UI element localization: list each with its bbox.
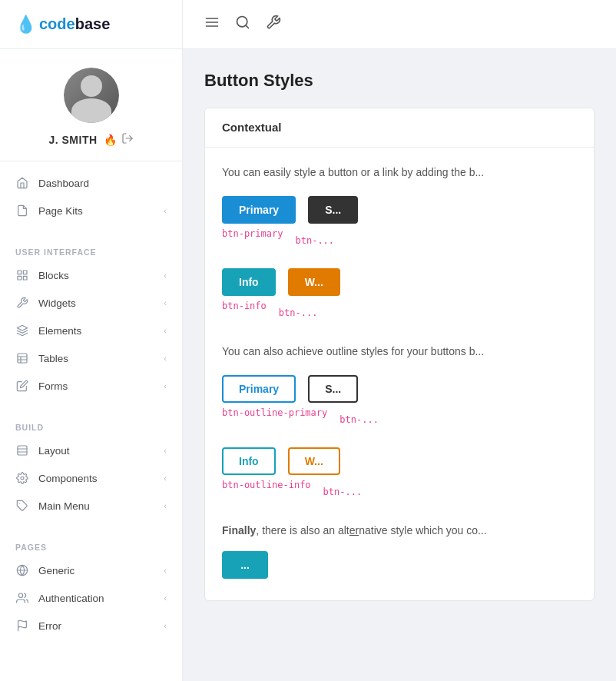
- tables-label: Tables: [38, 353, 164, 364]
- btn-outline-warning-label: btn-...: [323, 487, 363, 497]
- info-warning-labels: btn-info btn-...: [222, 301, 577, 325]
- nav-build-section: BUILD Layout ‹ Components ‹ Main Menu ‹: [0, 407, 182, 527]
- outline-primary-secondary-row: Primary S...: [222, 375, 577, 403]
- svg-point-13: [21, 477, 24, 480]
- chevron-right-icon: ‹: [164, 206, 167, 215]
- chevron-right-icon: ‹: [164, 354, 167, 363]
- dashboard-label: Dashboard: [38, 178, 167, 189]
- authentication-label: Authentication: [38, 593, 164, 604]
- btn-warning[interactable]: W...: [288, 268, 340, 296]
- logo-flame-icon: 💧: [15, 15, 36, 35]
- layers-icon: [15, 324, 29, 337]
- description-text: You can easily style a button or a link …: [222, 164, 577, 181]
- layout-icon: [15, 443, 29, 457]
- flag-icon: [15, 619, 29, 633]
- main-menu-label: Main Menu: [38, 500, 164, 512]
- chevron-right-icon: ‹: [164, 298, 167, 307]
- chevron-right-icon: ‹: [164, 326, 167, 335]
- edit-icon: [15, 379, 29, 393]
- chevron-right-icon: ‹: [164, 593, 167, 603]
- button-styles-card: Contextual You can easily style a button…: [204, 108, 594, 601]
- brand-name: codebase: [39, 15, 110, 33]
- profile-icons: 🔥: [104, 132, 134, 147]
- sidebar: 💧 codebase J. SMITH 🔥: [0, 0, 183, 681]
- grid-icon: [15, 268, 29, 282]
- sidebar-item-components[interactable]: Components ‹: [0, 464, 182, 492]
- btn-outline-secondary-label: btn-...: [339, 414, 379, 425]
- btn-outline-secondary[interactable]: S...: [308, 375, 358, 403]
- avatar: [64, 68, 119, 123]
- alt-description: Finally, there is also an alternative st…: [222, 523, 577, 539]
- sidebar-item-widgets[interactable]: Widgets ‹: [0, 289, 182, 317]
- chevron-right-icon: ‹: [164, 621, 167, 630]
- btn-outline-warning[interactable]: W...: [288, 447, 340, 475]
- btn-secondary[interactable]: S...: [308, 196, 358, 224]
- sidebar-item-main-menu[interactable]: Main Menu ‹: [0, 492, 182, 520]
- btn-primary[interactable]: Primary: [222, 196, 296, 224]
- sidebar-item-authentication[interactable]: Authentication ‹: [0, 584, 182, 612]
- tool-icon: [15, 296, 29, 310]
- primary-secondary-labels: btn-primary btn-...: [222, 228, 577, 253]
- btn-outline-primary[interactable]: Primary: [222, 375, 296, 403]
- svg-marker-5: [17, 325, 27, 331]
- svg-point-17: [18, 593, 22, 597]
- btn-alt[interactable]: ...: [222, 551, 268, 579]
- search-icon[interactable]: [235, 15, 250, 34]
- main-content: Button Styles Contextual You can easily …: [183, 0, 616, 681]
- fire-icon: 🔥: [104, 134, 117, 146]
- logout-icon[interactable]: [121, 132, 134, 147]
- chevron-right-icon: ‹: [164, 566, 167, 575]
- globe-icon: [15, 563, 29, 577]
- svg-rect-3: [23, 276, 27, 280]
- sidebar-item-blocks[interactable]: Blocks ‹: [0, 261, 182, 289]
- card-header: Contextual: [205, 108, 594, 148]
- alt-button-row: ...: [222, 551, 577, 579]
- section-label-ui: USER INTERFACE: [0, 240, 182, 261]
- sidebar-item-error[interactable]: Error ‹: [0, 612, 182, 639]
- sidebar-item-layout[interactable]: Layout ‹: [0, 437, 182, 464]
- info-warning-button-row: Info W...: [222, 268, 577, 296]
- outline-info-warning-labels: btn-outline-info btn-...: [222, 480, 577, 504]
- sidebar-item-dashboard[interactable]: Dashboard: [0, 169, 182, 197]
- outline-description: You can also achieve outline styles for …: [222, 344, 577, 360]
- sidebar-item-forms[interactable]: Forms ‹: [0, 372, 182, 400]
- btn-outline-info-label: btn-outline-info: [222, 480, 311, 490]
- btn-outline-primary-label: btn-outline-primary: [222, 407, 327, 418]
- elements-label: Elements: [38, 325, 164, 337]
- chevron-right-icon: ‹: [164, 446, 167, 455]
- nav-pages-section: PAGES Generic ‹ Authentication ‹ Error ‹: [0, 527, 182, 647]
- btn-info-label: btn-info: [222, 301, 267, 311]
- sidebar-logo: 💧 codebase: [0, 0, 182, 49]
- blocks-label: Blocks: [38, 270, 164, 281]
- btn-info[interactable]: Info: [222, 268, 276, 296]
- svg-rect-1: [18, 271, 22, 274]
- card-title: Contextual: [222, 121, 282, 134]
- svg-line-23: [246, 25, 249, 28]
- table-icon: [15, 351, 29, 365]
- topbar: [183, 0, 616, 49]
- sidebar-item-page-kits[interactable]: Page Kits ‹: [0, 197, 182, 224]
- btn-primary-label: btn-primary: [222, 228, 283, 239]
- profile-info: J. SMITH 🔥: [48, 132, 133, 147]
- nav-main-section: Dashboard Page Kits ‹: [0, 161, 182, 232]
- chevron-right-icon: ‹: [164, 381, 167, 390]
- sidebar-item-tables[interactable]: Tables ‹: [0, 344, 182, 372]
- hamburger-icon[interactable]: [204, 15, 220, 34]
- section-label-build: BUILD: [0, 415, 182, 437]
- home-icon: [15, 176, 29, 190]
- forms-label: Forms: [38, 380, 164, 392]
- error-label: Error: [38, 620, 164, 632]
- settings-icon: [15, 471, 29, 485]
- content-area: Button Styles Contextual You can easily …: [183, 49, 616, 681]
- svg-rect-4: [18, 276, 22, 280]
- sidebar-item-elements[interactable]: Elements ‹: [0, 317, 182, 344]
- outline-info-warning-row: Info W...: [222, 447, 577, 475]
- file-icon: [15, 204, 29, 218]
- sidebar-item-generic[interactable]: Generic ‹: [0, 556, 182, 584]
- svg-rect-10: [18, 446, 27, 455]
- btn-outline-info[interactable]: Info: [222, 447, 276, 475]
- chevron-right-icon: ‹: [164, 501, 167, 510]
- layout-label: Layout: [38, 445, 164, 457]
- btn-secondary-label: btn-...: [295, 235, 334, 246]
- wrench-icon[interactable]: [266, 15, 281, 34]
